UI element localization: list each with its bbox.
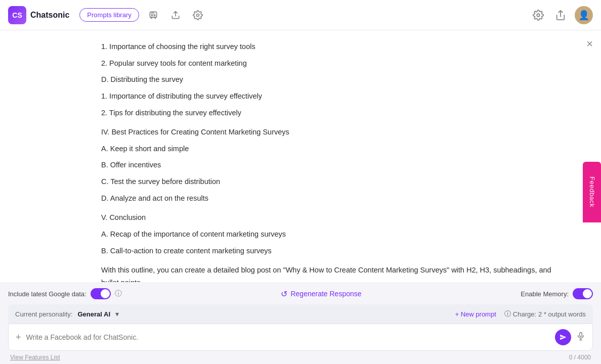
- line-13: B. Call-to-action to create content mark…: [101, 245, 561, 257]
- line-10: D. Analyze and act on the results: [101, 192, 561, 205]
- google-data-toggle-switch[interactable]: [91, 288, 111, 299]
- info-icon[interactable]: ⓘ: [115, 289, 122, 298]
- view-features-link[interactable]: View Features List: [10, 354, 60, 361]
- message-content: 1. Importance of choosing the right surv…: [101, 40, 561, 282]
- svg-point-1: [154, 14, 155, 16]
- line-8: B. Offer incentives: [101, 159, 561, 171]
- feedback-tab[interactable]: Feedback: [583, 162, 601, 222]
- regenerate-label: Regenerate Response: [290, 290, 361, 298]
- line-9: C. Test the survey before distribution: [101, 175, 561, 188]
- memory-toggle-switch[interactable]: [573, 288, 593, 299]
- charge-label: Charge:: [513, 310, 536, 318]
- charge-value: 2 * output words: [538, 310, 586, 318]
- line-4: 1. Importance of distributing the survey…: [101, 90, 561, 103]
- line-3: D. Distributing the survey: [101, 73, 561, 86]
- header-icons: [145, 7, 206, 23]
- char-count: 0 / 4000: [569, 354, 591, 361]
- svg-rect-5: [580, 332, 582, 336]
- personality-value: General AI: [77, 310, 110, 318]
- conclusion-text: With this outline, you can create a deta…: [101, 264, 561, 282]
- personality-row: Current personality: General AI ▾ + New …: [8, 304, 593, 324]
- upload-icon[interactable]: [167, 7, 184, 23]
- app-header: CS Chatsonic Prompts library: [0, 0, 601, 30]
- svg-point-4: [537, 14, 540, 17]
- close-button[interactable]: ×: [586, 38, 593, 50]
- svg-point-0: [151, 14, 153, 16]
- settings-gear-icon[interactable]: [530, 7, 546, 23]
- controls-row: Include latest Google data: ⓘ ↺ Regenera…: [8, 288, 593, 299]
- line-5: 2. Tips for distributing the survey effe…: [101, 107, 561, 119]
- discord-icon[interactable]: [145, 7, 161, 23]
- charge-info-icon: ⓘ: [504, 309, 511, 318]
- line-11: V. Conclusion: [101, 211, 561, 224]
- memory-toggle: Enable Memory:: [521, 288, 593, 299]
- charge-info: ⓘ Charge: 2 * output words: [504, 309, 586, 318]
- google-data-label: Include latest Google data:: [8, 290, 87, 298]
- regen-icon: ↺: [281, 289, 287, 299]
- personality-dropdown-button[interactable]: ▾: [115, 310, 119, 318]
- header-right: 👤: [530, 6, 593, 24]
- logo-icon: CS: [8, 6, 26, 24]
- footer-row: View Features List 0 / 4000: [8, 351, 593, 364]
- personality-right: + New prompt ⓘ Charge: 2 * output words: [455, 309, 586, 318]
- settings-icon[interactable]: [190, 7, 206, 23]
- input-row: +: [8, 324, 593, 351]
- personality-label: Current personality:: [15, 310, 72, 318]
- line-7: A. Keep it short and simple: [101, 143, 561, 155]
- personality-left: Current personality: General AI ▾: [15, 310, 119, 318]
- chat-input[interactable]: [26, 333, 550, 341]
- memory-label: Enable Memory:: [521, 290, 569, 298]
- line-12: A. Recap of the importance of content ma…: [101, 228, 561, 241]
- svg-point-3: [196, 14, 199, 16]
- avatar[interactable]: 👤: [575, 6, 593, 24]
- new-prompt-button[interactable]: + New prompt: [455, 310, 496, 318]
- logo-area: CS Chatsonic: [8, 6, 69, 24]
- line-6: IV. Best Practices for Creating Content …: [101, 126, 561, 139]
- chat-container: × 1. Importance of choosing the right su…: [0, 30, 601, 364]
- line-2: 2. Popular survey tools for content mark…: [101, 57, 561, 70]
- share-icon[interactable]: [552, 7, 569, 23]
- mic-button[interactable]: [576, 332, 585, 343]
- app-name: Chatsonic: [30, 11, 69, 20]
- main-area: × 1. Importance of choosing the right su…: [0, 30, 601, 364]
- send-button[interactable]: [555, 329, 571, 345]
- chat-messages[interactable]: × 1. Importance of choosing the right su…: [0, 30, 601, 282]
- google-data-toggle: Include latest Google data: ⓘ: [8, 288, 122, 299]
- prompts-library-button[interactable]: Prompts library: [79, 8, 139, 22]
- attach-icon[interactable]: +: [16, 332, 21, 343]
- regenerate-button[interactable]: ↺ Regenerate Response: [281, 289, 361, 299]
- bottom-bar: Include latest Google data: ⓘ ↺ Regenera…: [0, 282, 601, 364]
- line-1: 1. Importance of choosing the right surv…: [101, 40, 561, 53]
